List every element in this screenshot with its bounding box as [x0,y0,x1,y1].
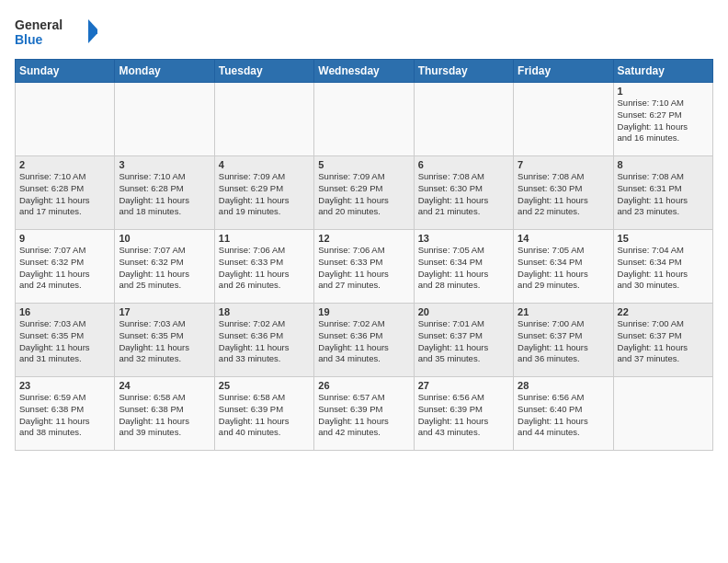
calendar-cell: 14Sunrise: 7:05 AM Sunset: 6:34 PM Dayli… [514,230,613,304]
day-number: 25 [219,380,310,391]
svg-marker-2 [88,19,97,43]
day-info: Sunrise: 7:01 AM Sunset: 6:37 PM Dayligh… [418,318,509,365]
day-number: 18 [219,306,310,317]
calendar-table: SundayMondayTuesdayWednesdayThursdayFrid… [15,59,713,451]
day-info: Sunrise: 6:58 AM Sunset: 6:38 PM Dayligh… [119,392,210,439]
weekday-header-friday: Friday [514,60,613,83]
calendar-cell: 11Sunrise: 7:06 AM Sunset: 6:33 PM Dayli… [214,230,313,304]
day-info: Sunrise: 7:09 AM Sunset: 6:29 PM Dayligh… [219,171,310,218]
calendar-cell: 12Sunrise: 7:06 AM Sunset: 6:33 PM Dayli… [314,230,414,304]
day-info: Sunrise: 6:58 AM Sunset: 6:39 PM Dayligh… [219,392,310,439]
calendar-cell: 26Sunrise: 6:57 AM Sunset: 6:39 PM Dayli… [314,377,414,451]
day-info: Sunrise: 7:00 AM Sunset: 6:37 PM Dayligh… [518,318,609,365]
day-number: 15 [618,233,709,244]
day-number: 20 [418,306,509,317]
day-number: 10 [119,233,210,244]
calendar-week-row: 1Sunrise: 7:10 AM Sunset: 6:27 PM Daylig… [16,83,713,156]
day-number: 3 [119,159,210,170]
calendar-cell: 10Sunrise: 7:07 AM Sunset: 6:32 PM Dayli… [115,230,214,304]
day-info: Sunrise: 6:56 AM Sunset: 6:40 PM Dayligh… [518,392,609,439]
day-info: Sunrise: 7:09 AM Sunset: 6:29 PM Dayligh… [318,171,409,218]
calendar-cell: 17Sunrise: 7:03 AM Sunset: 6:35 PM Dayli… [115,304,214,377]
calendar-cell [514,83,613,156]
weekday-header-saturday: Saturday [613,60,712,83]
calendar-cell: 13Sunrise: 7:05 AM Sunset: 6:34 PM Dayli… [414,230,513,304]
calendar-cell: 1Sunrise: 7:10 AM Sunset: 6:27 PM Daylig… [613,83,712,156]
calendar-cell: 23Sunrise: 6:59 AM Sunset: 6:38 PM Dayli… [16,377,115,451]
svg-text:General: General [15,17,63,32]
day-number: 1 [618,86,709,97]
day-number: 4 [219,159,310,170]
day-info: Sunrise: 7:04 AM Sunset: 6:34 PM Dayligh… [618,245,709,292]
day-number: 11 [219,233,310,244]
day-info: Sunrise: 7:08 AM Sunset: 6:30 PM Dayligh… [418,171,509,218]
day-number: 14 [518,233,609,244]
calendar-cell: 25Sunrise: 6:58 AM Sunset: 6:39 PM Dayli… [214,377,313,451]
day-number: 13 [418,233,509,244]
day-number: 2 [19,159,110,170]
calendar-cell: 27Sunrise: 6:56 AM Sunset: 6:39 PM Dayli… [414,377,513,451]
day-number: 28 [518,380,609,391]
calendar-cell: 20Sunrise: 7:01 AM Sunset: 6:37 PM Dayli… [414,304,513,377]
day-number: 24 [119,380,210,391]
calendar-cell: 19Sunrise: 7:02 AM Sunset: 6:36 PM Dayli… [314,304,414,377]
calendar-cell: 7Sunrise: 7:08 AM Sunset: 6:30 PM Daylig… [514,156,613,230]
calendar-cell: 24Sunrise: 6:58 AM Sunset: 6:38 PM Dayli… [115,377,214,451]
day-info: Sunrise: 7:03 AM Sunset: 6:35 PM Dayligh… [119,318,210,365]
calendar-cell [115,83,214,156]
day-info: Sunrise: 7:02 AM Sunset: 6:36 PM Dayligh… [219,318,310,365]
weekday-header-sunday: Sunday [16,60,115,83]
day-number: 6 [418,159,509,170]
day-info: Sunrise: 7:08 AM Sunset: 6:31 PM Dayligh… [618,171,709,218]
day-info: Sunrise: 7:07 AM Sunset: 6:32 PM Dayligh… [119,245,210,292]
day-info: Sunrise: 7:00 AM Sunset: 6:37 PM Dayligh… [618,318,709,365]
day-info: Sunrise: 7:05 AM Sunset: 6:34 PM Dayligh… [418,245,509,292]
day-info: Sunrise: 7:05 AM Sunset: 6:34 PM Dayligh… [518,245,609,292]
calendar-cell: 5Sunrise: 7:09 AM Sunset: 6:29 PM Daylig… [314,156,414,230]
weekday-header-tuesday: Tuesday [214,60,313,83]
calendar-cell [314,83,414,156]
calendar-cell: 18Sunrise: 7:02 AM Sunset: 6:36 PM Dayli… [214,304,313,377]
calendar-cell [16,83,115,156]
day-number: 19 [318,306,409,317]
calendar-week-row: 23Sunrise: 6:59 AM Sunset: 6:38 PM Dayli… [16,377,713,451]
day-number: 27 [418,380,509,391]
day-number: 12 [318,233,409,244]
logo-icon: General Blue [15,15,97,52]
calendar-cell: 8Sunrise: 7:08 AM Sunset: 6:31 PM Daylig… [613,156,712,230]
calendar-cell: 22Sunrise: 7:00 AM Sunset: 6:37 PM Dayli… [613,304,712,377]
calendar-cell [613,377,712,451]
svg-text:Blue: Blue [15,32,43,47]
logo: General Blue [15,15,97,52]
day-info: Sunrise: 7:07 AM Sunset: 6:32 PM Dayligh… [19,245,110,292]
weekday-header-row: SundayMondayTuesdayWednesdayThursdayFrid… [16,60,713,83]
calendar-week-row: 16Sunrise: 7:03 AM Sunset: 6:35 PM Dayli… [16,304,713,377]
calendar-cell: 15Sunrise: 7:04 AM Sunset: 6:34 PM Dayli… [613,230,712,304]
day-number: 17 [119,306,210,317]
weekday-header-thursday: Thursday [414,60,513,83]
day-number: 23 [19,380,110,391]
day-info: Sunrise: 7:03 AM Sunset: 6:35 PM Dayligh… [19,318,110,365]
day-number: 22 [618,306,709,317]
day-info: Sunrise: 7:10 AM Sunset: 6:28 PM Dayligh… [119,171,210,218]
page-header: General Blue [15,15,713,52]
day-info: Sunrise: 7:06 AM Sunset: 6:33 PM Dayligh… [318,245,409,292]
calendar-cell: 4Sunrise: 7:09 AM Sunset: 6:29 PM Daylig… [214,156,313,230]
day-number: 7 [518,159,609,170]
day-number: 26 [318,380,409,391]
calendar-cell: 3Sunrise: 7:10 AM Sunset: 6:28 PM Daylig… [115,156,214,230]
calendar-cell [414,83,513,156]
calendar-week-row: 2Sunrise: 7:10 AM Sunset: 6:28 PM Daylig… [16,156,713,230]
weekday-header-wednesday: Wednesday [314,60,414,83]
calendar-cell: 9Sunrise: 7:07 AM Sunset: 6:32 PM Daylig… [16,230,115,304]
calendar-cell: 2Sunrise: 7:10 AM Sunset: 6:28 PM Daylig… [16,156,115,230]
calendar-cell: 21Sunrise: 7:00 AM Sunset: 6:37 PM Dayli… [514,304,613,377]
day-info: Sunrise: 7:10 AM Sunset: 6:27 PM Dayligh… [618,98,709,144]
calendar-week-row: 9Sunrise: 7:07 AM Sunset: 6:32 PM Daylig… [16,230,713,304]
day-number: 9 [19,233,110,244]
calendar-cell: 6Sunrise: 7:08 AM Sunset: 6:30 PM Daylig… [414,156,513,230]
day-info: Sunrise: 7:02 AM Sunset: 6:36 PM Dayligh… [318,318,409,365]
day-info: Sunrise: 6:56 AM Sunset: 6:39 PM Dayligh… [418,392,509,439]
calendar-cell: 16Sunrise: 7:03 AM Sunset: 6:35 PM Dayli… [16,304,115,377]
day-number: 8 [618,159,709,170]
